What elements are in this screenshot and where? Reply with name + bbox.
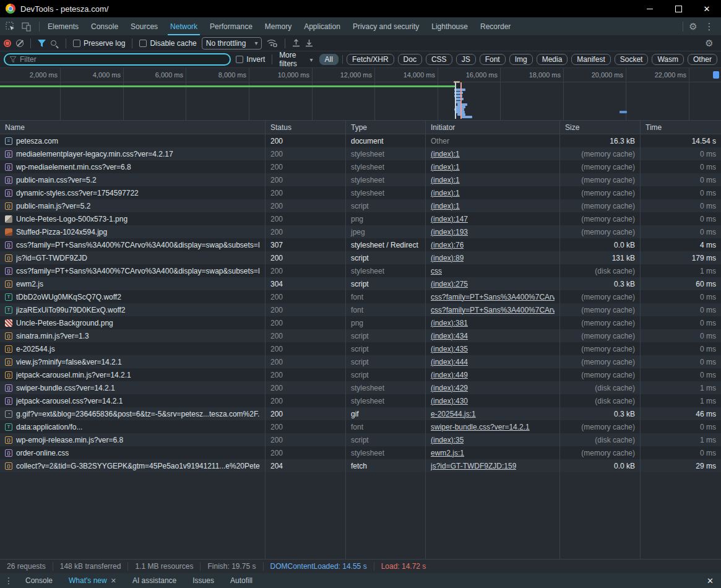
filter-chip-fetch-xhr[interactable]: Fetch/XHR xyxy=(347,54,394,65)
drawer-tab-console[interactable]: Console xyxy=(17,576,61,585)
column-header-time[interactable]: Time xyxy=(641,121,721,134)
initiator-link[interactable]: (index):1 xyxy=(431,189,460,197)
table-row[interactable]: {}order-online.css200stylesheetewm2.js:1… xyxy=(0,446,721,459)
initiator-link[interactable]: (index):430 xyxy=(431,397,468,405)
checkbox-box[interactable] xyxy=(236,56,243,63)
initiator-link[interactable]: js?id=GT-TWDF9ZJD:159 xyxy=(431,462,516,470)
table-row[interactable]: {}css?family=PT+Sans%3A400%7CArvo%3A400&… xyxy=(0,238,721,251)
table-row[interactable]: ()wp-emoji-release.min.js?ver=6.8200scri… xyxy=(0,433,721,446)
initiator-link[interactable]: (index):275 xyxy=(431,280,468,288)
filter-chip-wasm[interactable]: Wasm xyxy=(652,54,684,65)
minimize-button[interactable] xyxy=(636,0,664,17)
drawer-kebab-icon[interactable]: ⋮ xyxy=(0,576,17,586)
table-row[interactable]: Uncle-Petes-Logo-500x573-1.png200png(ind… xyxy=(0,212,721,225)
table-row[interactable]: {}css?family=PT+Sans%3A400%7CArvo%3A400&… xyxy=(0,264,721,277)
table-row[interactable]: Uncle-Petes-Background.png200png(index):… xyxy=(0,316,721,329)
initiator-link[interactable]: (index):434 xyxy=(431,332,468,340)
tab-sources[interactable]: Sources xyxy=(124,17,164,35)
device-toolbar-icon[interactable] xyxy=(19,19,35,34)
table-row[interactable]: TtDbD2oWUg0MKqScQ7Q.woff2200fontcss?fami… xyxy=(0,290,721,303)
filter-chip-font[interactable]: Font xyxy=(480,54,506,65)
search-icon[interactable] xyxy=(51,40,56,46)
initiator-link[interactable]: (index):429 xyxy=(431,384,468,392)
table-row[interactable]: ◔g.gif?v=ext&blog=236465836&post=6&tz=-5… xyxy=(0,407,721,420)
table-row[interactable]: ()collect?v=2&tid=G-3B2SYYGEPK&gtm=45Pe5… xyxy=(0,459,721,472)
network-overview[interactable]: 2,000 ms4,000 ms6,000 ms8,000 ms10,000 m… xyxy=(0,68,721,121)
initiator-link[interactable]: (index):1 xyxy=(431,163,460,171)
table-row[interactable]: ()ewm2.js304script(index):2750.3 kB60 ms xyxy=(0,277,721,290)
initiator-link[interactable]: (index):1 xyxy=(431,150,460,158)
table-row[interactable]: TjizaRExUiTo99u79D0KExQ.woff2200fontcss?… xyxy=(0,303,721,316)
table-row[interactable]: Tdata:application/fo...200fontswiper-bun… xyxy=(0,420,721,433)
tab-application[interactable]: Application xyxy=(298,17,347,35)
initiator-link[interactable]: (index):381 xyxy=(431,319,468,327)
column-header-name[interactable]: Name xyxy=(0,121,266,134)
filter-chip-img[interactable]: Img xyxy=(509,54,533,65)
network-settings-gear-icon[interactable]: ⚙ xyxy=(701,36,717,51)
overview-scrollbar-nub[interactable] xyxy=(713,71,719,79)
filter-toggle-icon[interactable] xyxy=(38,40,46,47)
initiator-link[interactable]: (index):1 xyxy=(431,176,460,184)
filter-chip-css[interactable]: CSS xyxy=(426,54,452,65)
filter-chip-doc[interactable]: Doc xyxy=(398,54,422,65)
tab-elements[interactable]: Elements xyxy=(41,17,85,35)
filter-input-pill[interactable] xyxy=(4,53,231,66)
initiator-link[interactable]: (index):193 xyxy=(431,228,468,236)
column-header-initiator[interactable]: Initiator xyxy=(426,121,560,134)
preserve-log-checkbox[interactable]: Preserve log xyxy=(73,39,125,48)
initiator-link[interactable]: (index):89 xyxy=(431,254,464,262)
drawer-tab-what-s-new[interactable]: What's new✕ xyxy=(61,576,124,585)
initiator-link[interactable]: (index):76 xyxy=(431,241,464,249)
initiator-link[interactable]: css xyxy=(431,267,442,275)
filter-chip-socket[interactable]: Socket xyxy=(615,54,649,65)
column-header-type[interactable]: Type xyxy=(346,121,426,134)
table-row[interactable]: ()js?id=GT-TWDF9ZJD200script(index):8913… xyxy=(0,251,721,264)
initiator-link[interactable]: css?family=PT+Sans%3A400%7CArvo%3A400 xyxy=(431,293,555,301)
table-row[interactable]: ()view.js?minify=false&ver=14.2.1200scri… xyxy=(0,355,721,368)
tab-recorder[interactable]: Recorder xyxy=(474,17,517,35)
table-row[interactable]: ()jetpack-carousel.min.js?ver=14.2.1200s… xyxy=(0,368,721,381)
settings-gear-icon[interactable]: ⚙ xyxy=(685,19,701,34)
import-har-icon[interactable] xyxy=(292,39,300,47)
table-row[interactable]: {}swiper-bundle.css?ver=14.2.1200stylesh… xyxy=(0,381,721,394)
initiator-link[interactable]: (index):435 xyxy=(431,345,468,353)
throttling-select[interactable]: No throttling ▾ xyxy=(202,37,262,50)
initiator-link[interactable]: (index):1 xyxy=(431,202,460,210)
filter-chip-other[interactable]: Other xyxy=(688,54,717,65)
table-row[interactable]: ≡petesza.com200documentOther16.3 kB14.54… xyxy=(0,134,721,147)
table-row[interactable]: {}jetpack-carousel.css?ver=14.2.1200styl… xyxy=(0,394,721,407)
invert-checkbox[interactable]: Invert xyxy=(236,55,265,64)
tab-lighthouse[interactable]: Lighthouse xyxy=(425,17,474,35)
checkbox-box[interactable] xyxy=(73,40,80,47)
initiator-link[interactable]: (index):444 xyxy=(431,358,468,366)
network-conditions-icon[interactable] xyxy=(267,39,278,47)
filter-input[interactable] xyxy=(20,55,225,64)
tab-privacy-and-security[interactable]: Privacy and security xyxy=(347,17,425,35)
disable-cache-checkbox[interactable]: Disable cache xyxy=(139,39,196,48)
tab-console[interactable]: Console xyxy=(85,17,124,35)
record-network-log-icon[interactable] xyxy=(4,40,11,47)
more-filters-button[interactable]: More filters ▾ xyxy=(279,51,313,68)
clear-network-log-icon[interactable] xyxy=(16,40,24,47)
drawer-close-icon[interactable]: ✕ xyxy=(707,576,714,586)
drawer-tab-issues[interactable]: Issues xyxy=(184,576,222,585)
table-row[interactable]: {}wp-mediaelement.min.css?ver=6.8200styl… xyxy=(0,160,721,173)
filter-chip-media[interactable]: Media xyxy=(537,54,568,65)
initiator-link[interactable]: css?family=PT+Sans%3A400%7CArvo%3A400 xyxy=(431,306,555,314)
initiator-link[interactable]: e-202544.js:1 xyxy=(431,410,476,418)
tab-memory[interactable]: Memory xyxy=(259,17,298,35)
close-button[interactable]: ✕ xyxy=(693,0,721,17)
maximize-button[interactable] xyxy=(664,0,693,17)
table-row[interactable]: ()e-202544.js200script(index):435(memory… xyxy=(0,342,721,355)
table-row[interactable]: Stuffed-Pizza-1024x594.jpg200jpeg(index)… xyxy=(0,225,721,238)
column-header-status[interactable]: Status xyxy=(266,121,346,134)
close-drawer-tab-icon[interactable]: ✕ xyxy=(111,577,116,585)
table-row[interactable]: ()public-main.js?ver=5.2200script(index)… xyxy=(0,199,721,212)
table-row[interactable]: {}public-main.css?ver=5.2200stylesheet(i… xyxy=(0,173,721,186)
inspect-element-icon[interactable] xyxy=(2,19,19,34)
initiator-link[interactable]: (index):35 xyxy=(431,436,464,444)
initiator-link[interactable]: swiper-bundle.css?ver=14.2.1 xyxy=(431,423,530,431)
filter-chip-js[interactable]: JS xyxy=(456,54,476,65)
tab-network[interactable]: Network xyxy=(164,17,204,35)
filter-chip-all[interactable]: All xyxy=(319,54,339,65)
